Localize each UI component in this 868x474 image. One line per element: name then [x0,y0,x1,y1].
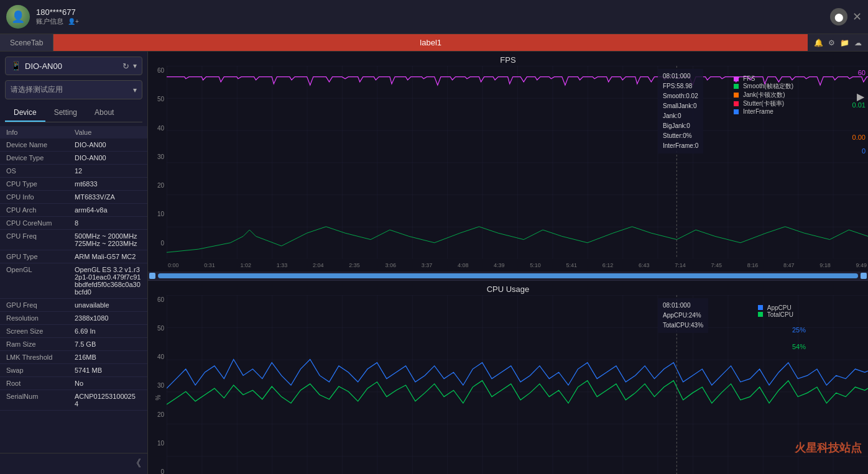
info-table: Info Value Device NameDIO-AN00Device Typ… [0,122,147,453]
cpu-chart-plot: 08:01:000 AppCPU:24% TotalCPU:43% 25% 54… [167,295,868,474]
fps-chart-title: FPS [148,52,868,66]
table-row: GPU TypeARM Mali-G57 MC2 [0,250,147,263]
fps-time-axis: 0:000:311:021:332:042:353:063:374:084:39… [148,259,868,271]
header-icons: 🔔 ⚙ 📁 ☁ [808,39,868,47]
device-name: DIO-AN00 [25,62,119,71]
cloud-icon[interactable]: ☁ [854,39,862,47]
table-row: CPU Archarm64-v8a [0,204,147,217]
tab-device[interactable]: Device [5,104,45,122]
fps-scrollbar [148,271,868,280]
table-row: GPU Frequnavailable [0,299,147,312]
cpu-chart-wrapper: CPU Usage 60 50 40 30 20 10 0 % [148,281,868,474]
main-layout: 📱 DIO-AN00 ↻ ▾ 请选择测试应用 ▾ Device Setting … [0,52,868,474]
fps-chart-wrapper: FPS 60 50 40 30 20 10 0 [148,52,868,281]
top-bar: 👤 180****677 账户信息 👤+ ⬤ ✕ [0,0,868,34]
username: 180****677 [36,7,79,17]
table-row: Swap5741 MB [0,364,147,377]
play-icon[interactable]: ▶ [857,91,864,103]
chevron-down-icon[interactable]: ▾ [133,62,137,70]
fps-y-axis: 60 50 40 30 20 10 0 [148,66,167,259]
fps-chart-area: 60 50 40 30 20 10 0 [148,66,868,259]
sidebar: 📱 DIO-AN00 ↻ ▾ 请选择测试应用 ▾ Device Setting … [0,52,148,474]
table-row: Ram Size7.5 GB [0,338,147,351]
table-row: SerialNumACNP01253100025 4 [0,390,147,411]
table-row: Device TypeDIO-AN00 [0,152,147,165]
svg-rect-4 [167,295,868,474]
svg-rect-1 [167,66,868,259]
close-icon[interactable]: ✕ [852,10,862,24]
fps-scrollbar-thumb[interactable] [158,273,858,278]
device-selector[interactable]: 📱 DIO-AN00 ↻ ▾ [5,57,142,75]
record-button[interactable]: ⬤ [830,8,847,25]
label1-tab[interactable]: label1 [53,34,808,51]
cpu-chart-title: CPU Usage [148,281,868,295]
table-header: Info Value [0,126,147,139]
cpu-svg [167,295,868,474]
app-dropdown-icon[interactable]: ▾ [133,86,137,94]
scene-tab[interactable]: SceneTab [0,34,53,51]
cpu-y-axis: 60 50 40 30 20 10 0 [148,295,167,474]
fps-chart-plot: 08:01:000 FPS:58.98 Smooth:0.02 SmallJan… [167,66,868,259]
app-selector-label: 请选择测试应用 [11,84,129,95]
table-row: OpenGLOpenGL ES 3.2 v1.r32p1-01eac0.479f… [0,263,147,299]
settings-icon[interactable]: ⚙ [828,39,835,47]
tab-setting[interactable]: Setting [45,104,86,122]
avatar: 👤 [6,5,30,29]
folder-icon[interactable]: 📁 [840,39,849,47]
fps-scroll-left-handle[interactable] [149,273,155,279]
fps-svg [167,66,868,259]
table-row: CPU CoreNum8 [0,217,147,230]
col-value: Value [75,129,91,136]
table-row: Device NameDIO-AN00 [0,139,147,152]
col-info: Info [6,129,75,136]
table-row: RootNo [0,377,147,390]
user-info: 180****677 账户信息 👤+ [36,7,79,26]
tab-about[interactable]: About [86,104,122,122]
table-row: CPU InfoMT6833V/ZA [0,191,147,204]
sidebar-bottom: 《 [0,453,147,474]
fps-scrollbar-track[interactable] [158,273,858,278]
tab-bar: Device Setting About [5,104,142,122]
app-selector[interactable]: 请选择测试应用 ▾ [5,80,142,99]
device-icon: 📱 [11,61,21,71]
content-area: FPS 60 50 40 30 20 10 0 [148,52,868,474]
table-row: Screen Size6.69 In [0,325,147,338]
top-bar-right: ⬤ ✕ [830,8,862,25]
table-row: CPU Typemt6833 [0,178,147,191]
table-row: OS12 [0,165,147,178]
refresh-icon[interactable]: ↻ [122,62,129,71]
fps-scroll-right-handle[interactable] [861,273,867,279]
bell-icon[interactable]: 🔔 [814,39,823,47]
account-label: 账户信息 👤+ [36,17,79,26]
table-row: LMK Threshold216MB [0,351,147,364]
header-tab-bar: SceneTab label1 🔔 ⚙ 📁 ☁ [0,34,868,52]
table-row: CPU Freq500MHz ~ 2000MHz725MHz ~ 2203MHz [0,230,147,250]
collapse-button[interactable]: 《 [131,457,141,470]
cpu-chart-area: 60 50 40 30 20 10 0 % [148,295,868,474]
table-row: Resolution2388x1080 [0,312,147,325]
fps-time-labels: 0:000:311:021:332:042:353:063:374:084:39… [167,262,868,268]
add-icon[interactable]: + [857,471,864,474]
